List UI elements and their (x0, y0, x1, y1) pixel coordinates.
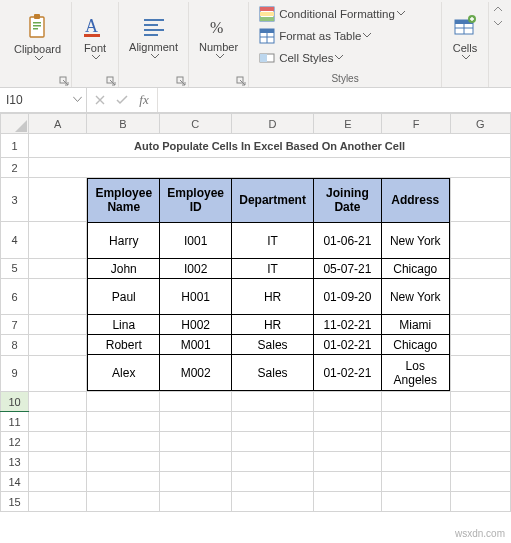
table-cell[interactable]: New York (381, 223, 449, 259)
cell[interactable] (87, 432, 159, 452)
row-header[interactable]: 14 (1, 472, 29, 492)
col-header[interactable]: C (159, 114, 231, 134)
cell[interactable] (29, 315, 87, 335)
cell[interactable] (314, 472, 382, 492)
table-cell[interactable]: John (88, 259, 160, 279)
format-as-table-button[interactable]: Format as Table (259, 26, 375, 46)
table-cell[interactable]: Sales (232, 355, 314, 391)
table-cell[interactable]: I001 (160, 223, 232, 259)
col-header[interactable]: A (29, 114, 87, 134)
cell[interactable] (450, 412, 510, 432)
dialog-launcher-icon[interactable] (59, 76, 69, 86)
cell[interactable] (87, 412, 159, 432)
row-header[interactable]: 8 (1, 335, 29, 355)
cell[interactable] (159, 432, 231, 452)
insert-function-button[interactable]: fx (135, 91, 153, 109)
cell[interactable] (29, 278, 87, 314)
cell[interactable] (450, 452, 510, 472)
table-cell[interactable]: 01-02-21 (314, 335, 382, 355)
cell[interactable] (231, 452, 313, 472)
table-header[interactable]: Address (381, 179, 449, 223)
cell[interactable] (382, 472, 450, 492)
cell[interactable] (159, 412, 231, 432)
cell[interactable] (87, 392, 159, 412)
row-header[interactable]: 5 (1, 258, 29, 278)
cell[interactable] (314, 452, 382, 472)
cell[interactable] (314, 432, 382, 452)
table-cell[interactable]: Sales (232, 335, 314, 355)
cell[interactable] (159, 472, 231, 492)
select-all-corner[interactable] (1, 114, 29, 134)
table-cell[interactable]: HR (232, 279, 314, 315)
formula-input[interactable] (158, 88, 511, 112)
table-cell[interactable]: H001 (160, 279, 232, 315)
dialog-launcher-icon[interactable] (236, 76, 246, 86)
cells-button[interactable]: Cells (448, 4, 482, 73)
table-cell[interactable]: New York (381, 279, 449, 315)
table-cell[interactable]: M002 (160, 355, 232, 391)
table-header[interactable]: Employee ID (160, 179, 232, 223)
scroll-up-icon[interactable] (493, 4, 503, 14)
table-cell[interactable]: IT (232, 223, 314, 259)
cell[interactable] (314, 412, 382, 432)
cell[interactable] (314, 492, 382, 512)
cell[interactable] (450, 472, 510, 492)
col-header[interactable]: B (87, 114, 159, 134)
cell[interactable] (29, 412, 87, 432)
col-header[interactable]: E (314, 114, 382, 134)
table-header[interactable]: Department (232, 179, 314, 223)
table-cell[interactable]: Paul (88, 279, 160, 315)
sheet-title[interactable]: Auto Populate Cells In Excel Based On An… (29, 134, 511, 158)
cell[interactable] (231, 412, 313, 432)
row-header[interactable]: 15 (1, 492, 29, 512)
table-cell[interactable]: H002 (160, 315, 232, 335)
cell[interactable] (87, 472, 159, 492)
cell[interactable] (450, 178, 510, 222)
cell[interactable] (29, 178, 87, 222)
cell[interactable] (450, 258, 510, 278)
table-cell[interactable]: Los Angeles (381, 355, 449, 391)
cell[interactable] (87, 452, 159, 472)
cell[interactable] (450, 222, 510, 258)
table-cell[interactable]: Chicago (381, 335, 449, 355)
cell[interactable] (314, 392, 382, 412)
dialog-launcher-icon[interactable] (176, 76, 186, 86)
cell[interactable] (29, 222, 87, 258)
cell[interactable] (231, 492, 313, 512)
worksheet[interactable]: A B C D E F G 1 Auto Populate Cells In E… (0, 113, 511, 512)
cell[interactable] (29, 452, 87, 472)
name-box[interactable] (0, 93, 72, 107)
row-header[interactable]: 10 (1, 392, 29, 412)
cell[interactable] (159, 452, 231, 472)
row-header[interactable]: 7 (1, 315, 29, 335)
table-cell[interactable]: HR (232, 315, 314, 335)
cell[interactable] (29, 355, 87, 391)
cell[interactable] (29, 472, 87, 492)
cell[interactable] (450, 432, 510, 452)
row-header[interactable]: 11 (1, 412, 29, 432)
cell[interactable] (450, 335, 510, 355)
cell[interactable] (29, 335, 87, 355)
row-header[interactable]: 12 (1, 432, 29, 452)
table-cell[interactable]: 05-07-21 (314, 259, 382, 279)
row-header[interactable]: 9 (1, 355, 29, 391)
table-header[interactable]: Joining Date (314, 179, 382, 223)
table-cell[interactable]: 01-06-21 (314, 223, 382, 259)
cell[interactable] (450, 492, 510, 512)
cell[interactable] (382, 492, 450, 512)
table-cell[interactable]: 11-02-21 (314, 315, 382, 335)
table-cell[interactable]: IT (232, 259, 314, 279)
cell[interactable] (231, 472, 313, 492)
dialog-launcher-icon[interactable] (106, 76, 116, 86)
cell-styles-button[interactable]: Cell Styles (259, 48, 347, 68)
paste-button[interactable]: Clipboard (10, 4, 65, 73)
cell[interactable] (382, 392, 450, 412)
row-header[interactable]: 6 (1, 278, 29, 314)
cell[interactable] (450, 355, 510, 391)
col-header[interactable]: G (450, 114, 510, 134)
col-header[interactable]: F (382, 114, 450, 134)
conditional-formatting-button[interactable]: Conditional Formatting (259, 4, 409, 24)
row-header[interactable]: 2 (1, 158, 29, 178)
cell[interactable] (29, 158, 511, 178)
alignment-button[interactable]: Alignment (125, 4, 182, 73)
